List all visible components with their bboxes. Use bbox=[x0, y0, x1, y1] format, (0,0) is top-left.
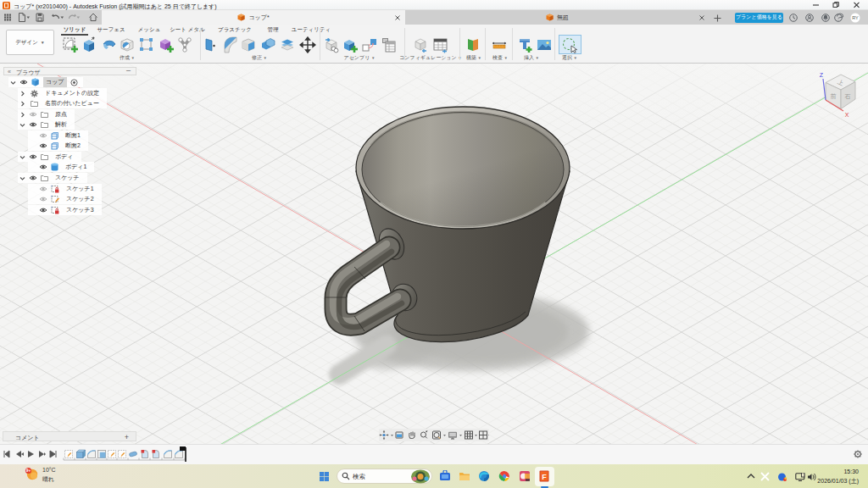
svg-text:9+: 9+ bbox=[26, 469, 31, 473]
svg-text:Z: Z bbox=[820, 72, 824, 78]
svg-text:右: 右 bbox=[845, 93, 851, 100]
svg-text:前: 前 bbox=[831, 93, 837, 99]
svg-text:X: X bbox=[845, 112, 849, 118]
svg-text:RY: RY bbox=[852, 15, 859, 20]
svg-text:F: F bbox=[542, 473, 547, 481]
